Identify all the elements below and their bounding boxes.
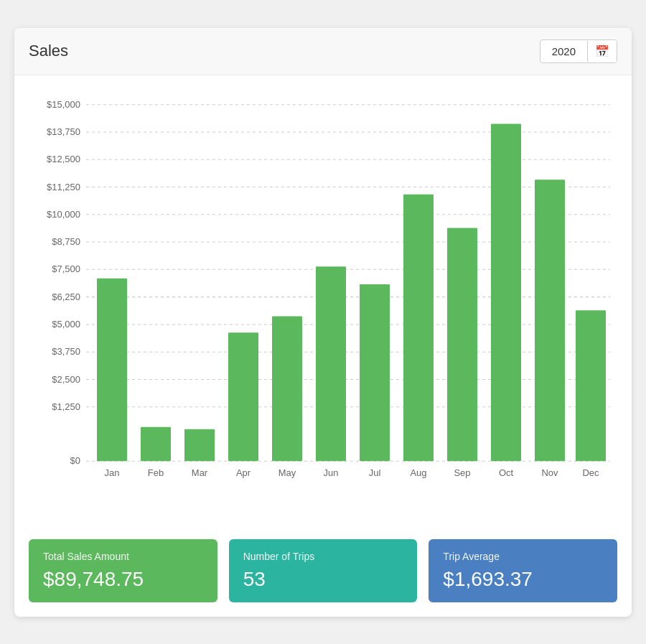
card-title: Sales bbox=[29, 42, 68, 60]
trip-avg-value: $1,693.37 bbox=[443, 568, 603, 591]
sales-card: Sales 2020 📅 bbox=[14, 28, 632, 617]
svg-text:$1,250: $1,250 bbox=[52, 401, 80, 411]
bar-chart: $15,000 $13,750 $12,500 $11,250 $10,000 … bbox=[29, 90, 617, 521]
svg-text:Jul: Jul bbox=[369, 467, 381, 477]
calendar-button[interactable]: 📅 bbox=[588, 40, 617, 62]
stat-trip-avg: Trip Average $1,693.37 bbox=[429, 539, 617, 602]
svg-text:Jan: Jan bbox=[105, 467, 120, 477]
total-sales-value: $89,748.75 bbox=[43, 568, 203, 591]
svg-text:$3,750: $3,750 bbox=[52, 346, 80, 357]
bar-sep bbox=[447, 228, 477, 461]
stats-row: Total Sales Amount $89,748.75 Number of … bbox=[14, 528, 632, 602]
svg-text:$8,750: $8,750 bbox=[52, 236, 80, 247]
trip-avg-label: Trip Average bbox=[443, 551, 603, 562]
svg-text:$6,250: $6,250 bbox=[52, 291, 80, 302]
svg-text:Dec: Dec bbox=[582, 467, 599, 477]
svg-text:Mar: Mar bbox=[192, 467, 208, 477]
chart-container: $15,000 $13,750 $12,500 $11,250 $10,000 … bbox=[29, 90, 617, 521]
svg-text:$5,000: $5,000 bbox=[52, 318, 80, 329]
bar-oct bbox=[491, 123, 521, 461]
svg-text:Oct: Oct bbox=[499, 467, 514, 477]
svg-text:Nov: Nov bbox=[541, 467, 558, 477]
stat-total-sales: Total Sales Amount $89,748.75 bbox=[29, 539, 217, 602]
num-trips-label: Number of Trips bbox=[243, 551, 403, 562]
bar-mar bbox=[184, 429, 215, 460]
svg-text:$2,500: $2,500 bbox=[52, 373, 80, 384]
svg-text:Jun: Jun bbox=[324, 467, 339, 477]
bar-nov bbox=[535, 179, 565, 461]
svg-text:$11,250: $11,250 bbox=[47, 181, 80, 192]
stat-num-trips: Number of Trips 53 bbox=[229, 539, 418, 602]
bar-apr bbox=[228, 332, 258, 461]
bar-jan bbox=[97, 278, 127, 460]
bar-jun bbox=[316, 266, 346, 461]
num-trips-value: 53 bbox=[243, 568, 403, 591]
card-header: Sales 2020 📅 bbox=[14, 28, 632, 75]
total-sales-label: Total Sales Amount bbox=[43, 551, 203, 562]
bar-aug bbox=[403, 194, 434, 460]
svg-text:$10,000: $10,000 bbox=[47, 208, 80, 219]
calendar-icon: 📅 bbox=[595, 45, 609, 57]
svg-text:May: May bbox=[278, 467, 296, 477]
bar-feb bbox=[141, 426, 171, 461]
svg-text:Apr: Apr bbox=[236, 467, 251, 477]
year-value: 2020 bbox=[540, 41, 588, 62]
svg-text:$7,500: $7,500 bbox=[52, 263, 80, 274]
svg-text:$12,500: $12,500 bbox=[47, 154, 80, 164]
chart-area: $15,000 $13,750 $12,500 $11,250 $10,000 … bbox=[14, 75, 632, 528]
svg-text:$0: $0 bbox=[70, 455, 80, 466]
bar-may bbox=[272, 316, 302, 461]
bar-dec bbox=[576, 310, 606, 461]
svg-text:Aug: Aug bbox=[410, 467, 426, 477]
bar-jul bbox=[360, 284, 390, 461]
svg-text:$15,000: $15,000 bbox=[47, 98, 80, 109]
svg-text:$13,750: $13,750 bbox=[47, 126, 80, 136]
svg-text:Sep: Sep bbox=[454, 467, 470, 477]
svg-text:Feb: Feb bbox=[148, 467, 164, 477]
year-selector[interactable]: 2020 📅 bbox=[540, 39, 617, 63]
